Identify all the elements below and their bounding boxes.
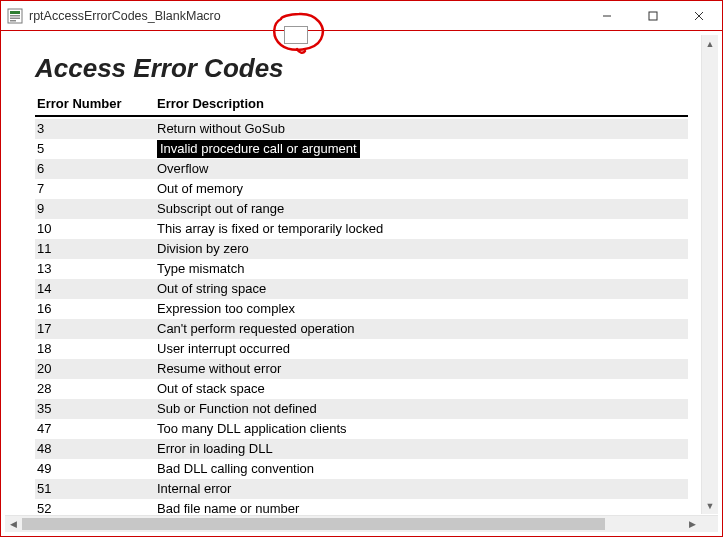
error-description: Type mismatch <box>153 259 688 279</box>
table-row: 47Too many DLL application clients <box>35 419 688 439</box>
table-row: 52Bad file name or number <box>35 499 688 514</box>
table-row: 3Return without GoSub <box>35 119 688 139</box>
error-number: 16 <box>35 299 153 319</box>
error-description: Out of memory <box>153 179 688 199</box>
error-number: 49 <box>35 459 153 479</box>
window-controls <box>584 1 722 30</box>
vertical-scroll-track[interactable] <box>702 52 718 497</box>
window-titlebar: rptAccessErrorCodes_BlankMacro <box>1 1 722 31</box>
error-description: Sub or Function not defined <box>153 399 688 419</box>
close-button[interactable] <box>676 1 722 30</box>
error-number: 7 <box>35 179 153 199</box>
report-viewport: Access Error Codes Error Number Error De… <box>5 35 718 514</box>
table-row: 35Sub or Function not defined <box>35 399 688 419</box>
error-description: Out of stack space <box>153 379 688 399</box>
error-number: 14 <box>35 279 153 299</box>
table-row: 17Can't perform requested operation <box>35 319 688 339</box>
horizontal-scrollbar[interactable]: ◀ ▶ <box>5 515 718 532</box>
error-number: 6 <box>35 159 153 179</box>
table-row: 11Division by zero <box>35 239 688 259</box>
table-row: 7Out of memory <box>35 179 688 199</box>
report-title: Access Error Codes <box>35 53 688 84</box>
table-row: 14Out of string space <box>35 279 688 299</box>
error-number: 28 <box>35 379 153 399</box>
error-number: 11 <box>35 239 153 259</box>
svg-rect-3 <box>10 17 20 19</box>
table-row: 16Expression too complex <box>35 299 688 319</box>
table-row: 51Internal error <box>35 479 688 499</box>
table-row: 6Overflow <box>35 159 688 179</box>
table-row: 13Type mismatch <box>35 259 688 279</box>
column-header-number: Error Number <box>35 96 153 111</box>
error-number: 18 <box>35 339 153 359</box>
scrollbar-corner <box>701 516 718 532</box>
table-row: 28Out of stack space <box>35 379 688 399</box>
vertical-scrollbar[interactable]: ▲ ▼ <box>701 35 718 514</box>
error-number: 48 <box>35 439 153 459</box>
error-description: User interrupt occurred <box>153 339 688 359</box>
error-description: Bad file name or number <box>153 499 688 514</box>
table-row: 49Bad DLL calling convention <box>35 459 688 479</box>
error-description: Out of string space <box>153 279 688 299</box>
report-container: Access Error Codes Error Number Error De… <box>1 31 722 536</box>
window-title: rptAccessErrorCodes_BlankMacro <box>29 9 221 23</box>
scroll-up-icon[interactable]: ▲ <box>702 35 718 52</box>
svg-rect-4 <box>10 20 16 22</box>
error-number: 52 <box>35 499 153 514</box>
column-header-description: Error Description <box>153 96 688 111</box>
error-description: Too many DLL application clients <box>153 419 688 439</box>
scroll-left-icon[interactable]: ◀ <box>5 516 22 532</box>
error-description: Return without GoSub <box>153 119 688 139</box>
error-description: Can't perform requested operation <box>153 319 688 339</box>
error-number: 47 <box>35 419 153 439</box>
error-number: 20 <box>35 359 153 379</box>
error-number: 17 <box>35 319 153 339</box>
scroll-right-icon[interactable]: ▶ <box>684 516 701 532</box>
table-row: 10This array is fixed or temporarily loc… <box>35 219 688 239</box>
error-description: Bad DLL calling convention <box>153 459 688 479</box>
column-headers: Error Number Error Description <box>35 94 688 117</box>
error-description: Resume without error <box>153 359 688 379</box>
error-number: 5 <box>35 139 153 159</box>
error-description: Overflow <box>153 159 688 179</box>
error-description: This array is fixed or temporarily locke… <box>153 219 688 239</box>
error-number: 35 <box>35 399 153 419</box>
table-row: 18User interrupt occurred <box>35 339 688 359</box>
app-icon <box>7 8 23 24</box>
error-description: Error in loading DLL <box>153 439 688 459</box>
error-number: 51 <box>35 479 153 499</box>
minimize-button[interactable] <box>584 1 630 30</box>
table-row: 48Error in loading DLL <box>35 439 688 459</box>
horizontal-scroll-track[interactable] <box>22 516 684 532</box>
maximize-button[interactable] <box>630 1 676 30</box>
error-description: Division by zero <box>153 239 688 259</box>
table-row: 20Resume without error <box>35 359 688 379</box>
error-number: 3 <box>35 119 153 139</box>
error-number: 13 <box>35 259 153 279</box>
error-number: 9 <box>35 199 153 219</box>
horizontal-scroll-thumb[interactable] <box>22 518 605 530</box>
svg-rect-6 <box>649 12 657 20</box>
error-number: 10 <box>35 219 153 239</box>
error-description: Expression too complex <box>153 299 688 319</box>
svg-rect-2 <box>10 15 20 17</box>
scroll-down-icon[interactable]: ▼ <box>702 497 718 514</box>
error-description: Internal error <box>153 479 688 499</box>
error-description: Subscript out of range <box>153 199 688 219</box>
table-row: 9Subscript out of range <box>35 199 688 219</box>
error-description-highlighted: Invalid procedure call or argument <box>157 140 360 158</box>
table-row: 5Invalid procedure call or argument <box>35 139 688 159</box>
svg-rect-1 <box>10 11 20 14</box>
report-rows: 3Return without GoSub5Invalid procedure … <box>35 119 688 514</box>
